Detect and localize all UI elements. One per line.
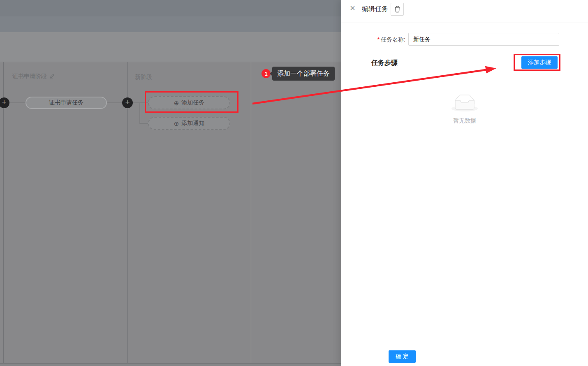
app-canvas: 证书申请阶段 新阶段 证书申请任务 + + ⊕ 添加任务 ⊕ 添加通知 × 编辑… [0, 0, 588, 366]
add-stage-node-button[interactable]: + [122, 97, 133, 108]
add-notice-button[interactable]: ⊕ 添加通知 [148, 117, 230, 130]
required-mark: * [377, 36, 380, 43]
empty-box-icon [451, 95, 478, 111]
stage-column-border [251, 62, 251, 363]
edit-task-drawer [341, 0, 588, 366]
connector-line [139, 123, 148, 124]
empty-state: 暂无数据 [424, 95, 506, 125]
plus-circle-icon: ⊕ [174, 100, 179, 106]
add-step-button[interactable]: 添加步骤 [521, 56, 558, 69]
confirm-button[interactable]: 确 定 [389, 350, 416, 363]
drawer-header-divider [341, 23, 588, 23]
stage-title-2: 新阶段 [135, 74, 152, 81]
task-name-label-text: 任务名称: [381, 36, 405, 43]
add-task-button[interactable]: ⊕ 添加任务 [148, 96, 230, 109]
add-notice-label: 添加通知 [181, 120, 204, 127]
stage-title-text: 证书申请阶段 [12, 73, 47, 80]
delete-task-button[interactable] [391, 3, 404, 16]
task-name-input[interactable] [408, 33, 559, 46]
empty-text: 暂无数据 [424, 117, 506, 125]
stage-title-1: 证书申请阶段 [12, 73, 55, 80]
trash-icon [394, 6, 400, 13]
edit-icon[interactable] [49, 74, 55, 79]
task-node-certificate[interactable]: 证书申请任务 [25, 97, 107, 109]
stage-title-text: 新阶段 [135, 74, 152, 81]
task-steps-heading: 任务步骤 [371, 59, 398, 67]
annotation-tooltip: 添加一个部署任务 [272, 67, 335, 81]
annotation-step-badge: 1 [262, 69, 271, 78]
plus-icon: + [125, 98, 130, 107]
plus-icon: + [2, 98, 6, 107]
drawer-title: 编辑任务 [362, 5, 388, 14]
connector-bracket [139, 102, 140, 124]
add-task-label: 添加任务 [181, 99, 204, 107]
task-name-label: *任务名称: [366, 36, 405, 44]
close-icon[interactable]: × [350, 2, 355, 14]
plus-circle-icon: ⊕ [174, 120, 179, 127]
task-node-label: 证书申请任务 [49, 99, 83, 107]
